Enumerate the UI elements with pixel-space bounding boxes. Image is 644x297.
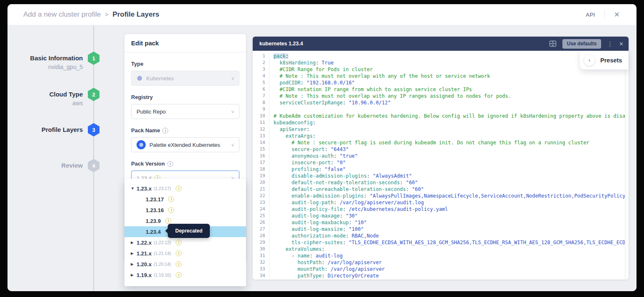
caret-right-icon[interactable]: ▶ — [131, 262, 137, 266]
version-option-1.23.x[interactable]: ▼1.23.x(1.23.17)! — [124, 183, 246, 194]
code-text: audit-policy-file: /etc/kubernetes/audit… — [269, 206, 629, 213]
step-number-badge[interactable]: 3 — [88, 123, 99, 136]
line-number: 28 — [253, 233, 269, 239]
api-link[interactable]: API — [586, 12, 595, 18]
version-option-1.23.4[interactable]: 1.23.4!Deprecated — [124, 226, 246, 237]
close-wizard-icon[interactable]: ✕ — [614, 10, 620, 19]
line-number: 19 — [253, 173, 269, 179]
deprecated-warning-icon[interactable]: ! — [176, 240, 182, 245]
version-label: 1.23.16 — [146, 207, 164, 213]
code-line[interactable]: 1pack: — [253, 53, 629, 59]
steps-connector-line — [93, 25, 94, 291]
code-line[interactable]: 27 audit-log-maxsize: "100" — [253, 226, 629, 233]
code-line[interactable]: 16 anonymous-auth: "true" — [253, 153, 629, 159]
code-line[interactable]: 18 profiling: "false" — [253, 166, 629, 173]
code-text: tls-cipher-suites: "TLS_ECDHE_ECDSA_WITH… — [269, 239, 629, 246]
line-number: 21 — [253, 186, 269, 193]
deprecated-warning-icon[interactable]: ! — [176, 186, 182, 191]
editor-scrollbar[interactable] — [625, 51, 629, 280]
deprecated-warning-icon[interactable]: ! — [168, 196, 174, 202]
code-line[interactable]: 28 authorization-mode: RBAC,Node — [253, 233, 629, 239]
code-line[interactable]: 8 serviceClusterIpRange: "10.96.0.0/12" — [253, 99, 629, 106]
code-line[interactable]: 34 pathType: DirectoryOrCreate — [253, 272, 629, 279]
deprecated-warning-icon[interactable]: ! — [176, 250, 182, 256]
code-text: # KubeAdm customization for kubernetes h… — [269, 113, 629, 119]
code-line[interactable]: 21 default-unreachable-toleration-second… — [253, 186, 629, 193]
code-line[interactable]: 24 audit-policy-file: /etc/kubernetes/au… — [253, 206, 629, 213]
info-icon[interactable]: i — [162, 128, 168, 134]
code-text: audit-log-maxage: "30" — [269, 213, 629, 219]
version-option-1.22.x[interactable]: ▶1.22.x(1.22.12)! — [124, 237, 246, 248]
code-line[interactable]: 23 audit-log-path: /var/log/apiserver/au… — [253, 199, 629, 206]
code-line[interactable]: 26 audit-log-maxbackup: "10" — [253, 219, 629, 226]
deprecated-warning-icon[interactable]: ! — [176, 261, 182, 267]
use-defaults-button[interactable]: Use defaults — [562, 39, 601, 49]
code-line[interactable]: 29 tls-cipher-suites: "TLS_ECDHE_ECDSA_W… — [253, 239, 629, 246]
pack-name-select[interactable]: ☸ Palette eXtended Kubernetes ∨ — [131, 137, 239, 152]
pack-name-label: Pack Name i — [131, 127, 239, 134]
code-line[interactable]: 17 insecure-port: "0" — [253, 159, 629, 166]
version-option-1.19.x[interactable]: ▶1.19.x(1.19.16)! — [124, 270, 246, 280]
edit-pack-form: Type ☸ Kubernetes ∨ Registry Public Repo… — [124, 52, 246, 186]
info-icon[interactable]: i — [167, 161, 173, 167]
chevron-left-icon: ‹ — [589, 57, 590, 63]
code-line[interactable]: 5 podCIDR: "192.168.0.0/16" — [253, 79, 629, 86]
caret-down-icon[interactable]: ▼ — [131, 186, 137, 191]
edit-pack-header: Edit pack — [124, 34, 246, 52]
line-number: 12 — [253, 126, 269, 133]
wizard-content: Basic Informationnvidia_gpu_51Cloud Type… — [7, 25, 637, 291]
code-line[interactable]: 19 disable-admission-plugins: "AlwaysAdm… — [253, 173, 629, 179]
step-value: nvidia_gpu_5 — [10, 64, 83, 70]
step-number-badge[interactable]: 4 — [88, 159, 99, 172]
editor-close-icon[interactable]: ✕ — [619, 41, 624, 47]
deprecated-warning-icon[interactable]: ! — [168, 207, 174, 213]
code-line[interactable]: 3 #CIDR Range for Pods in cluster — [253, 66, 629, 73]
code-line[interactable]: 4 # Note : This must not overlap with an… — [253, 73, 629, 79]
code-line[interactable]: 15 secure-port: "6443" — [253, 146, 629, 153]
code-line[interactable]: 31 - name: audit-log — [253, 252, 629, 259]
caret-right-icon[interactable]: ▶ — [131, 273, 137, 277]
code-line[interactable]: 32 hostPath: /var/log/apiserver — [253, 259, 629, 266]
code-line[interactable]: 33 mountPath: /var/log/apiserver — [253, 266, 629, 272]
code-text: # Note : secure-port flag is used during… — [269, 139, 629, 146]
code-line[interactable]: 2 k8sHardening: True — [253, 59, 629, 66]
step-number-badge[interactable]: 2 — [88, 88, 99, 101]
code-line[interactable]: 12 apiServer: — [253, 126, 629, 133]
version-label: 1.23.9 — [146, 218, 161, 224]
code-line[interactable]: 22 enable-admission-plugins: "AlwaysPull… — [253, 193, 629, 199]
code-line[interactable]: 14 # Note : secure-port flag is used dur… — [253, 139, 629, 146]
version-label: 1.23.x — [137, 186, 152, 192]
code-editor[interactable]: 1pack:2 k8sHardening: True3 #CIDR Range … — [253, 51, 629, 280]
version-option-1.21.x[interactable]: ▶1.21.x(1.21.14)! — [124, 248, 246, 259]
line-number: 9 — [253, 106, 269, 113]
step-label: Profile Layers — [10, 126, 83, 133]
deprecated-warning-icon[interactable]: ! — [165, 218, 171, 224]
line-number: 18 — [253, 166, 269, 173]
code-line[interactable]: 11kubeadmconfig: — [253, 119, 629, 126]
deprecated-tooltip: Deprecated — [168, 224, 210, 238]
code-line[interactable]: 30 extraVolumes: — [253, 246, 629, 252]
code-line[interactable]: 25 audit-log-maxage: "30" — [253, 213, 629, 219]
version-option-1.23.17[interactable]: 1.23.17! — [124, 194, 246, 205]
code-line[interactable]: 13 extraArgs: — [253, 133, 629, 139]
code-text — [269, 106, 629, 113]
version-option-1.20.x[interactable]: ▶1.20.x(1.20.14)! — [124, 259, 246, 270]
code-line[interactable]: 7 # Note : This must not overlap with an… — [253, 93, 629, 99]
line-number: 23 — [253, 199, 269, 206]
breadcrumb-add-cluster-profile[interactable]: Add a new cluster profile — [23, 10, 101, 19]
diff-view-icon[interactable] — [549, 40, 557, 47]
deprecated-warning-icon[interactable]: ! — [176, 272, 182, 278]
caret-right-icon[interactable]: ▶ — [131, 240, 137, 245]
registry-select[interactable]: Public Repo ∨ — [131, 104, 239, 119]
code-line[interactable]: 9 — [253, 106, 629, 113]
step-number-badge[interactable]: 1 — [88, 52, 99, 65]
version-option-1.23.16[interactable]: 1.23.16! — [124, 205, 246, 215]
kebab-menu-icon[interactable]: ⋮ — [607, 41, 613, 47]
code-line[interactable]: 6 #CIDR notation IP range from which to … — [253, 86, 629, 93]
code-line[interactable]: 20 default-not-ready-toleration-seconds:… — [253, 179, 629, 186]
line-number: 1 — [253, 53, 269, 59]
presets-collapse-button[interactable]: ‹ — [584, 55, 595, 66]
caret-right-icon[interactable]: ▶ — [131, 251, 137, 255]
code-line[interactable]: 10# KubeAdm customization for kubernetes… — [253, 113, 629, 119]
line-number: 2 — [253, 59, 269, 66]
